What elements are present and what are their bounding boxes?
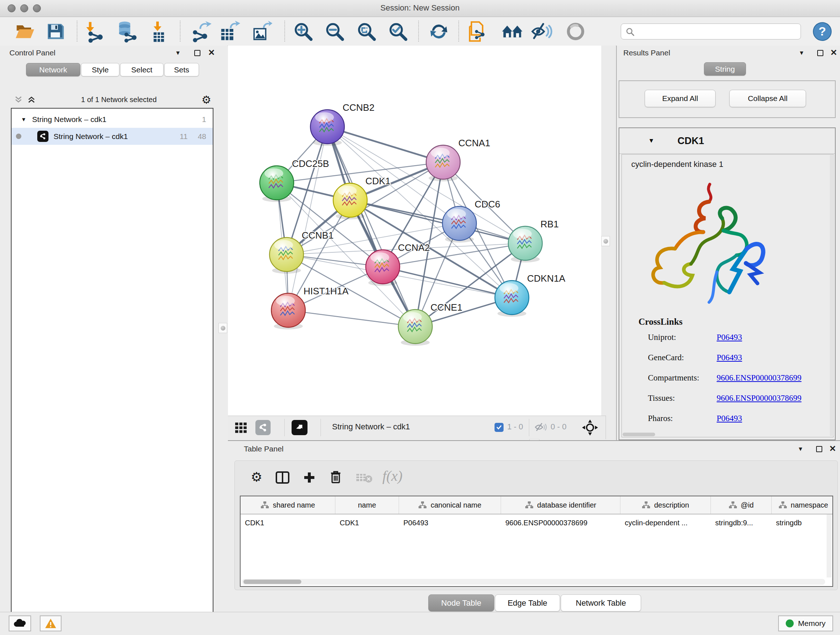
table-cell[interactable]: stringdb:9... bbox=[711, 519, 772, 527]
zoom-in-button[interactable] bbox=[293, 21, 314, 42]
delete-table-button[interactable] bbox=[355, 472, 373, 483]
delete-column-button[interactable] bbox=[330, 470, 342, 484]
show-columns-button[interactable] bbox=[275, 471, 290, 484]
network-edge[interactable] bbox=[383, 267, 512, 298]
network-options-gear-icon[interactable]: ⚙ bbox=[202, 93, 211, 106]
panel-close-icon[interactable]: ✕ bbox=[208, 50, 215, 56]
network-node-cdc6[interactable]: CDC6 bbox=[442, 199, 500, 242]
zoom-fit-button[interactable] bbox=[356, 21, 377, 42]
table-cell[interactable]: CDK1 bbox=[240, 519, 335, 527]
left-splitter-grip[interactable] bbox=[218, 323, 227, 333]
network-edge[interactable] bbox=[327, 127, 415, 326]
network-node-cdc25b[interactable]: CDC25B bbox=[260, 158, 329, 202]
crosslink-link[interactable]: P06493 bbox=[717, 414, 742, 423]
column-header[interactable]: shared name bbox=[240, 496, 335, 514]
panel-maximize-icon[interactable] bbox=[194, 50, 201, 56]
pan-crosshair-button[interactable] bbox=[582, 419, 598, 436]
table-cell[interactable]: CDK1 bbox=[335, 519, 399, 527]
results-vscrollbar[interactable] bbox=[830, 155, 834, 436]
panel-float-icon[interactable]: ▾ bbox=[800, 49, 804, 57]
search-input[interactable] bbox=[637, 25, 798, 38]
crosslink-link[interactable]: P06493 bbox=[717, 333, 742, 342]
column-header[interactable]: canonical name bbox=[399, 496, 501, 514]
network-node-ccnb2[interactable]: CCNB2 bbox=[310, 102, 374, 146]
table-hscrollbar[interactable] bbox=[242, 579, 825, 585]
refresh-button[interactable] bbox=[429, 21, 449, 42]
import-network-database-button[interactable] bbox=[114, 20, 137, 43]
birds-eye-view-button[interactable] bbox=[565, 21, 586, 42]
crosslink-link[interactable]: 9606.ENSP00000378699 bbox=[717, 394, 802, 403]
selected-checkbox[interactable] bbox=[494, 423, 504, 432]
help-button[interactable]: ? bbox=[813, 22, 832, 41]
tab-network-table[interactable]: Network Table bbox=[561, 594, 641, 611]
nested-networks-button[interactable] bbox=[501, 21, 523, 42]
tab-string[interactable]: String bbox=[704, 62, 746, 76]
warnings-button[interactable] bbox=[40, 616, 62, 631]
column-header[interactable]: @id bbox=[711, 496, 772, 514]
network-edge[interactable] bbox=[288, 310, 415, 326]
crosslink-link[interactable]: P06493 bbox=[717, 353, 742, 363]
panel-close-icon[interactable]: ✕ bbox=[829, 446, 836, 452]
network-node-ccne1[interactable]: CCNE1 bbox=[398, 302, 462, 346]
export-image-button[interactable] bbox=[250, 20, 272, 43]
tab-edge-table[interactable]: Edge Table bbox=[495, 594, 560, 611]
network-node-cdk1[interactable]: CDK1 bbox=[333, 176, 390, 219]
network-node-cdkn1a[interactable]: CDKN1A bbox=[495, 273, 565, 317]
network-node-rb1[interactable]: RB1 bbox=[508, 219, 559, 263]
crosslink-link[interactable]: 9606.ENSP00000378699 bbox=[717, 373, 802, 383]
cloud-status-button[interactable] bbox=[9, 616, 31, 631]
panel-maximize-icon[interactable] bbox=[817, 50, 823, 56]
expand-all-button[interactable]: Expand All bbox=[645, 90, 715, 107]
zoom-selected-button[interactable] bbox=[387, 21, 409, 42]
collapse-all-networks-icon[interactable] bbox=[14, 95, 23, 104]
add-column-button[interactable] bbox=[303, 471, 316, 484]
panel-float-icon[interactable]: ▾ bbox=[799, 445, 802, 453]
column-header[interactable]: description bbox=[621, 496, 711, 514]
results-hscrollbar[interactable] bbox=[622, 432, 655, 436]
network-node-ccna1[interactable]: CCNA1 bbox=[426, 138, 490, 181]
table-cell[interactable]: stringdb bbox=[772, 519, 833, 527]
column-header[interactable]: namespace bbox=[772, 496, 833, 514]
function-builder-button[interactable]: f(x) bbox=[382, 467, 403, 485]
save-session-button[interactable] bbox=[45, 21, 65, 42]
graphics-details-button[interactable] bbox=[531, 21, 553, 42]
search-box[interactable] bbox=[621, 24, 801, 40]
tab-style[interactable]: Style bbox=[81, 63, 119, 76]
open-session-button[interactable] bbox=[14, 21, 35, 42]
column-header[interactable]: name bbox=[335, 496, 399, 514]
import-table-file-button[interactable] bbox=[148, 20, 169, 43]
memory-button[interactable]: Memory bbox=[778, 616, 833, 631]
zoom-out-button[interactable] bbox=[324, 21, 345, 42]
table-options-gear-icon[interactable]: ⚙ bbox=[251, 470, 262, 485]
tree-expand-caret[interactable]: ▼ bbox=[21, 116, 27, 122]
table-cell[interactable]: cyclin-dependent ... bbox=[621, 519, 711, 527]
tab-select[interactable]: Select bbox=[120, 63, 164, 76]
table-cell[interactable]: 9606.ENSP00000378699 bbox=[501, 519, 621, 527]
import-network-file-button[interactable] bbox=[83, 20, 105, 43]
network-collection-row[interactable]: ▼ String Network – cdk1 1 bbox=[11, 111, 213, 128]
network-node-ccnb1[interactable]: CCNB1 bbox=[270, 230, 333, 274]
gene-entry-header[interactable]: ▼ CDK1 bbox=[619, 128, 835, 154]
collapse-all-button[interactable]: Collapse All bbox=[729, 90, 806, 107]
string-view-button[interactable] bbox=[256, 420, 271, 435]
table-row[interactable]: CDK1CDK1P064939606.ENSP00000378699cyclin… bbox=[240, 515, 832, 531]
right-splitter-grip[interactable] bbox=[601, 236, 610, 246]
clone-network-button[interactable] bbox=[467, 20, 489, 43]
expand-all-networks-icon[interactable] bbox=[27, 95, 36, 104]
export-table-button[interactable] bbox=[218, 20, 240, 43]
network-node-hist1h1a[interactable]: HIST1H1A bbox=[271, 286, 349, 329]
tab-sets[interactable]: Sets bbox=[164, 63, 199, 76]
panel-float-icon[interactable]: ▾ bbox=[176, 49, 180, 57]
export-network-button[interactable] bbox=[190, 20, 212, 43]
panel-maximize-icon[interactable] bbox=[816, 446, 822, 452]
table-vscrollbar[interactable] bbox=[827, 515, 832, 578]
grid-view-button[interactable] bbox=[234, 421, 248, 435]
detach-view-button[interactable] bbox=[292, 420, 308, 435]
tab-node-table[interactable]: Node Table bbox=[428, 594, 494, 611]
tab-network[interactable]: Network bbox=[26, 63, 80, 76]
network-edge[interactable] bbox=[327, 127, 443, 162]
entry-collapse-caret[interactable]: ▼ bbox=[648, 137, 654, 144]
column-header[interactable]: database identifier bbox=[501, 496, 621, 514]
panel-close-icon[interactable]: ✕ bbox=[830, 50, 837, 56]
network-canvas[interactable]: CCNB2CCNA1CDC25BCDK1CDC6RB1CCNB1CCNA2CDK… bbox=[228, 46, 601, 416]
